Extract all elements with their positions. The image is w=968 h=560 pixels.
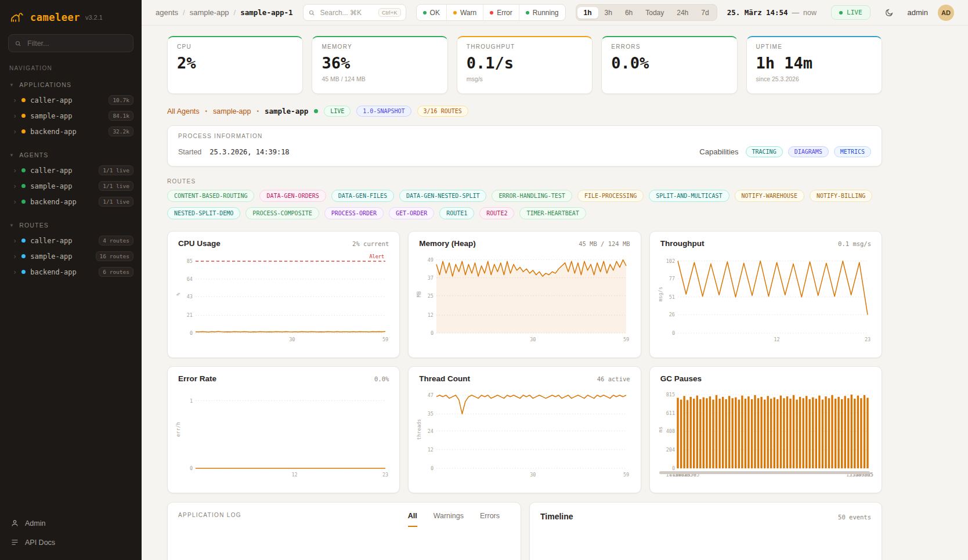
breadcrumb-sample-app[interactable]: sample-app xyxy=(190,8,229,17)
sidebar-item-caller-app[interactable]: › caller-app 10.7k xyxy=(0,92,142,108)
route-pill[interactable]: GET-ORDER xyxy=(389,207,434,219)
svg-text:threads: threads xyxy=(417,419,422,440)
sidebar-filter xyxy=(8,34,133,52)
footer-item-label: Admin xyxy=(25,519,45,528)
routes-block: ROUTES CONTENT-BASED-ROUTING DATA-GEN-OR… xyxy=(167,178,882,219)
route-pill[interactable]: NESTED-SPLIT-DEMO xyxy=(167,207,240,219)
link-all-agents[interactable]: All Agents xyxy=(167,107,200,115)
memory-heap-chart: 012253749MB3059 xyxy=(417,250,632,344)
sidebar-item-agent-sample-app[interactable]: › sample-app 1/1 live xyxy=(0,178,142,194)
route-pill[interactable]: ROUTE2 xyxy=(479,207,514,219)
route-pill[interactable]: ROUTE1 xyxy=(439,207,474,219)
time-range-1h[interactable]: 1h xyxy=(577,7,598,19)
route-pill[interactable]: DATA-GEN-ORDERS xyxy=(259,190,326,202)
time-range-6h[interactable]: 6h xyxy=(619,7,639,19)
time-window-display[interactable]: 25. März 14:54 — now xyxy=(727,8,817,17)
section-header-applications[interactable]: ▼ APPLICATIONS xyxy=(0,80,142,92)
breadcrumb-agents[interactable]: agents xyxy=(156,8,178,17)
chevron-right-icon: › xyxy=(13,269,17,276)
svg-text:408: 408 xyxy=(666,428,674,434)
breadcrumb-separator: / xyxy=(234,8,236,17)
route-pill[interactable]: FILE-PROCESSING xyxy=(577,190,644,202)
live-status-badge[interactable]: LIVE xyxy=(831,5,871,20)
filter-warn[interactable]: Warn xyxy=(446,5,483,20)
sidebar-item-routes-backend-app[interactable]: › backend-app 6 routes xyxy=(0,264,142,280)
stat-sub: msg/s xyxy=(467,75,583,82)
time-range-24h[interactable]: 24h xyxy=(670,7,695,19)
stat-card-memory: MEMORY 36% 45 MB / 124 MB xyxy=(312,36,447,94)
main-content[interactable]: CPU 2% MEMORY 36% 45 MB / 124 MB THROUGH… xyxy=(142,26,968,560)
search-input[interactable] xyxy=(319,8,374,17)
time-range-7d[interactable]: 7d xyxy=(695,7,715,19)
chart-title: Throughput xyxy=(660,239,705,248)
time-range-3h[interactable]: 3h xyxy=(598,7,619,19)
svg-text:%: % xyxy=(176,292,181,295)
section-label: APPLICATIONS xyxy=(19,81,71,88)
capabilities-label: Capabilities xyxy=(699,147,738,156)
capability-tracing[interactable]: TRACING xyxy=(746,146,783,157)
tab-warnings[interactable]: Warnings xyxy=(434,512,464,527)
svg-text:12: 12 xyxy=(428,447,434,453)
status-dot xyxy=(21,184,26,188)
sidebar-item-routes-caller-app[interactable]: › caller-app 4 routes xyxy=(0,233,142,248)
svg-text:102: 102 xyxy=(666,258,674,264)
stat-label: MEMORY xyxy=(322,44,438,50)
route-pill[interactable]: TIMER-HEARTBEAT xyxy=(519,207,586,219)
moon-icon xyxy=(884,8,894,17)
route-pill[interactable]: NOTIFY-WAREHOUSE xyxy=(735,190,804,202)
filter-ok[interactable]: OK xyxy=(417,5,446,20)
section-label: ROUTES xyxy=(19,222,49,229)
tab-all[interactable]: All xyxy=(408,512,417,527)
item-label: sample-app xyxy=(30,182,72,190)
route-pill[interactable]: PROCESS-ORDER xyxy=(324,207,384,219)
route-pill[interactable]: CONTENT-BASED-ROUTING xyxy=(167,190,254,202)
route-pill[interactable]: NOTIFY-BILLING xyxy=(810,190,872,202)
started-value: 25.3.2026, 14:39:18 xyxy=(210,148,289,156)
svg-text:35: 35 xyxy=(428,411,434,417)
admin-link[interactable]: Admin xyxy=(5,514,137,533)
item-label: sample-app xyxy=(30,112,72,120)
chart-title: Thread Count xyxy=(419,374,470,383)
capability-diagrams[interactable]: DIAGRAMS xyxy=(788,146,829,157)
time-range-today[interactable]: Today xyxy=(639,7,670,19)
route-pill[interactable]: SPLIT-AND-MULTICAST xyxy=(649,190,729,202)
user-name: admin xyxy=(908,8,928,17)
stat-value: 0.1/s xyxy=(467,55,583,71)
item-count-badge: 84.1k xyxy=(109,111,133,121)
tab-errors[interactable]: Errors xyxy=(480,512,500,527)
sidebar-item-agent-backend-app[interactable]: › backend-app 1/1 live xyxy=(0,194,142,209)
sidebar-item-agent-caller-app[interactable]: › caller-app 1/1 live xyxy=(0,162,142,178)
sidebar-item-sample-app[interactable]: › sample-app 84.1k xyxy=(0,108,142,124)
separator-dot: • xyxy=(205,108,208,114)
route-pills: CONTENT-BASED-ROUTING DATA-GEN-ORDERS DA… xyxy=(167,190,882,219)
global-search[interactable]: Ctrl+K xyxy=(303,4,406,21)
route-pill[interactable]: PROCESS-COMPOSITE xyxy=(245,207,319,219)
process-info-row: Started 25.3.2026, 14:39:18 Capabilities… xyxy=(178,146,871,157)
route-pill[interactable]: ERROR-HANDLING-TEST xyxy=(492,190,572,202)
item-count-badge: 1/1 live xyxy=(99,181,133,191)
filter-running[interactable]: Running xyxy=(519,5,565,20)
filter-label: Running xyxy=(533,9,559,17)
item-label: caller-app xyxy=(30,237,72,245)
api-docs-link[interactable]: API Docs xyxy=(5,533,137,552)
navigation-label: NAVIGATION xyxy=(0,65,142,71)
item-label: caller-app xyxy=(30,167,72,175)
svg-text:1: 1 xyxy=(190,398,193,404)
dark-mode-toggle[interactable] xyxy=(880,4,898,21)
route-pill[interactable]: DATA-GEN-FILES xyxy=(331,190,394,202)
timeline-title: Timeline xyxy=(540,512,573,521)
avatar[interactable]: AD xyxy=(938,5,954,21)
footer-item-label: API Docs xyxy=(25,539,55,547)
filter-input[interactable] xyxy=(26,39,127,48)
app-logo[interactable]: cameleer v3.2.1 xyxy=(0,8,142,34)
link-sample-app[interactable]: sample-app xyxy=(213,107,251,115)
status-dot xyxy=(21,98,26,102)
capability-metrics[interactable]: METRICS xyxy=(834,146,871,157)
sidebar-item-routes-sample-app[interactable]: › sample-app 16 routes xyxy=(0,248,142,264)
route-pill[interactable]: DATA-GEN-NESTED-SPLIT xyxy=(399,190,486,202)
section-header-routes[interactable]: ▼ ROUTES xyxy=(0,220,142,233)
section-header-agents[interactable]: ▼ AGENTS xyxy=(0,150,142,162)
filter-error[interactable]: Error xyxy=(483,5,519,20)
sidebar-item-backend-app[interactable]: › backend-app 32.2k xyxy=(0,124,142,139)
svg-text:59: 59 xyxy=(623,337,629,342)
